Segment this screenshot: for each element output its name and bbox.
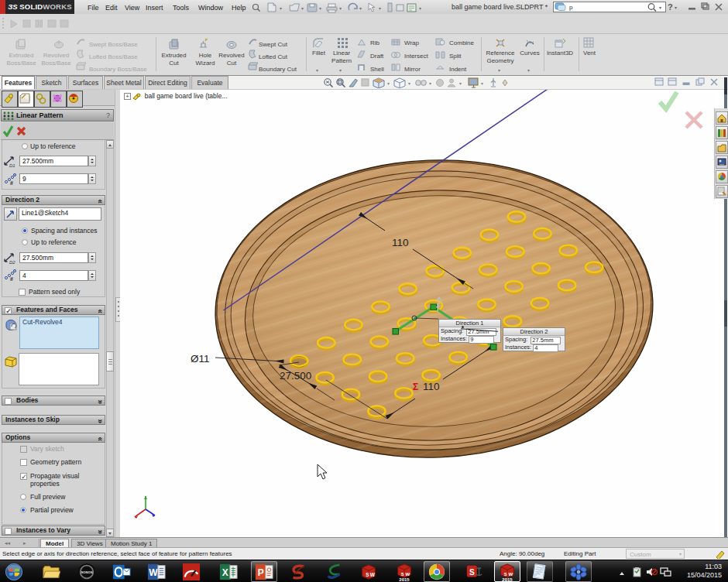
svg-text:▾: ▾ bbox=[280, 6, 282, 11]
svg-text:▾: ▾ bbox=[481, 81, 483, 86]
svg-text:2015: 2015 bbox=[502, 577, 513, 581]
svg-text:S: S bbox=[366, 572, 369, 577]
svg-text:▾: ▾ bbox=[408, 81, 410, 86]
svg-text:#: # bbox=[10, 180, 13, 185]
svg-text:27.500: 27.500 bbox=[280, 370, 311, 382]
svg-text:S: S bbox=[469, 568, 475, 577]
svg-text:▾: ▾ bbox=[301, 6, 304, 11]
svg-text:2015: 2015 bbox=[399, 577, 410, 581]
svg-text:p: p bbox=[569, 4, 573, 11]
svg-text:D1: D1 bbox=[9, 163, 15, 168]
svg-text:X: X bbox=[222, 567, 228, 578]
svg-text:▾: ▾ bbox=[659, 5, 661, 10]
svg-text:#: # bbox=[10, 276, 13, 281]
svg-text:W: W bbox=[149, 567, 158, 578]
svg-text:▾: ▾ bbox=[359, 6, 362, 11]
svg-text:Ø11: Ø11 bbox=[191, 353, 210, 365]
svg-text:W: W bbox=[508, 572, 513, 577]
svg-text:Σ: Σ bbox=[413, 382, 418, 392]
svg-text:110: 110 bbox=[392, 237, 409, 248]
svg-text:SONOS: SONOS bbox=[81, 570, 93, 574]
svg-text:S: S bbox=[401, 572, 404, 577]
svg-text:▾: ▾ bbox=[429, 81, 431, 86]
svg-text:P: P bbox=[258, 567, 264, 578]
svg-text:▾: ▾ bbox=[459, 81, 462, 86]
svg-text:110: 110 bbox=[423, 381, 440, 392]
svg-text:▾: ▾ bbox=[379, 6, 381, 11]
svg-text:▾: ▾ bbox=[387, 81, 390, 86]
svg-text:?: ? bbox=[668, 2, 673, 12]
svg-text:D2: D2 bbox=[9, 260, 15, 265]
svg-text:▾: ▾ bbox=[339, 6, 342, 11]
svg-text:▾: ▾ bbox=[319, 6, 321, 11]
svg-text:▾: ▾ bbox=[419, 6, 421, 11]
svg-text:▾: ▾ bbox=[675, 5, 677, 10]
svg-text:S: S bbox=[504, 572, 507, 577]
svg-text:W: W bbox=[370, 572, 376, 577]
svg-text:W: W bbox=[405, 572, 410, 577]
